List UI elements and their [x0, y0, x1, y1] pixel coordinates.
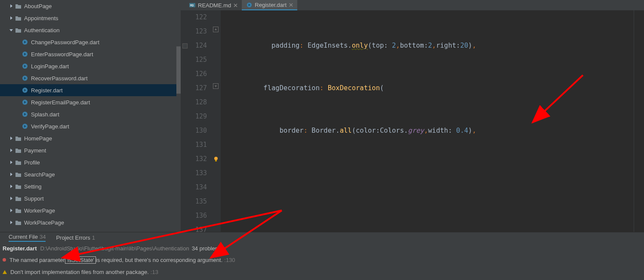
gutter-marker-icon[interactable]	[182, 43, 188, 49]
gutter-line-number[interactable]: 133	[181, 166, 207, 180]
chevron-right-icon[interactable]	[9, 172, 14, 177]
gutter-line-number[interactable]: 136	[181, 209, 207, 223]
tree-item-workerpage[interactable]: WorkerPage	[0, 204, 180, 216]
gutter-line-number[interactable]: 125	[181, 53, 207, 67]
chevron-right-icon[interactable]	[9, 160, 14, 165]
tree-item-label: AboutPage	[24, 3, 52, 9]
project-tree[interactable]: AboutPageAppointmentsAuthenticationChang…	[0, 0, 181, 232]
intention-bulb-icon[interactable]	[213, 156, 219, 162]
gutter-line-number[interactable]: 128	[181, 95, 207, 110]
problem-highlight: 'isSetState'	[65, 256, 96, 264]
tree-item-aboutpage[interactable]: AboutPage	[0, 0, 180, 12]
problems-tab-label: Project Errors	[56, 234, 90, 241]
gutter-line-number[interactable]: 129	[181, 110, 207, 124]
close-icon[interactable]	[289, 3, 293, 7]
tree-item-register-dart[interactable]: Register.dart	[0, 84, 180, 96]
folder-icon	[15, 3, 22, 9]
chevron-right-icon[interactable]	[9, 136, 14, 141]
chevron-down-icon[interactable]	[9, 27, 14, 33]
tree-scrollbar[interactable]	[176, 0, 181, 232]
gutter-line-number[interactable]: 126	[181, 67, 207, 81]
folder-icon	[15, 135, 22, 142]
gutter-line-number[interactable]: 134	[181, 180, 207, 195]
tree-item-profile[interactable]: Profile	[0, 156, 180, 168]
gutter-line-number[interactable]: 123	[181, 24, 207, 39]
problem-text: is required, but there's no correspondin…	[96, 257, 222, 263]
tree-item-label: Splash.dart	[31, 111, 59, 118]
tree-item-label: Support	[24, 195, 44, 202]
gutter-line-number[interactable]: 124	[181, 39, 207, 53]
close-icon[interactable]	[234, 3, 237, 7]
chevron-right-icon[interactable]	[9, 184, 14, 189]
folder-icon	[15, 159, 22, 166]
tree-scrollbar-thumb[interactable]	[176, 46, 181, 94]
problems-file-path: D:\AndroidStudio\Flutter\bugit-main\lib\…	[40, 245, 189, 252]
tree-item-authentication[interactable]: Authentication	[0, 24, 180, 36]
problems-breadcrumb[interactable]: Register.dart D:\AndroidStudio\Flutter\b…	[0, 243, 644, 254]
problem-location: :13	[151, 269, 158, 275]
error-stripe[interactable]	[634, 10, 644, 232]
problem-row[interactable]: Don't import implementation files from a…	[0, 266, 644, 278]
dart-file-icon	[22, 99, 28, 106]
tree-item-searchpage[interactable]: SearchPage	[0, 168, 180, 180]
problems-tab-label: Current File	[9, 234, 38, 240]
problem-text: The named parameter	[9, 257, 65, 263]
tree-item-changepasswordpage-dart[interactable]: ChangePasswordPage.dart	[0, 36, 180, 48]
tree-item-recoverpassword-dart[interactable]: RecoverPassword.dart	[0, 72, 180, 84]
fold-collapse-icon[interactable]	[213, 27, 219, 32]
problems-tab-current-file[interactable]: Current File34	[9, 234, 46, 242]
folder-icon	[15, 195, 22, 202]
chevron-right-icon[interactable]	[9, 148, 14, 153]
tree-item-splash-dart[interactable]: Splash.dart	[0, 108, 180, 120]
svg-rect-12	[215, 160, 217, 161]
problem-row[interactable]: The named parameter 'isSetState' is requ…	[0, 254, 644, 266]
tree-item-label: SearchPage	[24, 171, 55, 178]
tree-item-payment[interactable]: Payment	[0, 144, 180, 156]
tree-item-label: ChangePasswordPage.dart	[31, 39, 99, 46]
tree-item-homepage[interactable]: HomePage	[0, 132, 180, 144]
tree-item-appointments[interactable]: Appointments	[0, 12, 180, 24]
editor-tab-register-dart[interactable]: Register.dart	[242, 0, 297, 10]
warning-icon	[3, 270, 7, 274]
dart-file-icon	[22, 39, 28, 46]
chevron-right-icon[interactable]	[9, 3, 14, 9]
tree-item-label: WorkPlacePage	[24, 219, 64, 226]
chevron-right-icon[interactable]	[9, 220, 14, 225]
chevron-right-icon[interactable]	[9, 208, 14, 213]
tree-item-registeremailpage-dart[interactable]: RegisterEmailPage.dart	[0, 96, 180, 108]
editor: MDREADME.mdRegister.dart 122123124125126…	[181, 0, 644, 232]
gutter-line-number[interactable]: 127	[181, 81, 207, 95]
dart-file-icon	[22, 123, 28, 130]
problems-panel: Current File34Project Errors1 Register.d…	[0, 232, 644, 280]
gutter-line-number[interactable]: 131	[181, 138, 207, 152]
tree-item-label: Appointments	[24, 15, 59, 21]
tree-item-support[interactable]: Support	[0, 192, 180, 204]
gutter-line-number[interactable]: 132	[181, 152, 207, 166]
folder-icon	[15, 183, 22, 190]
svg-text:MD: MD	[190, 4, 194, 7]
gutter-line-number[interactable]: 130	[181, 124, 207, 138]
tree-item-enterpasswordpage-dart[interactable]: EnterPasswordPage.dart	[0, 48, 180, 60]
gutter-line-number[interactable]: 135	[181, 195, 207, 209]
tree-item-setting[interactable]: Setting	[0, 180, 180, 192]
tree-item-verifypage-dart[interactable]: VerifyPage.dart	[0, 120, 180, 132]
gutter-line-number[interactable]: 137	[181, 223, 207, 232]
tree-item-workplacepage[interactable]: WorkPlacePage	[0, 216, 180, 228]
chevron-right-icon[interactable]	[9, 15, 14, 21]
editor-tab-readme-md[interactable]: MDREADME.md	[185, 0, 242, 10]
tree-item-label: VerifyPage.dart	[31, 123, 69, 130]
chevron-right-icon[interactable]	[9, 196, 14, 201]
tree-item-label: RecoverPassword.dart	[31, 75, 88, 82]
tree-item-loginpage-dart[interactable]: LoginPage.dart	[0, 60, 180, 72]
problems-tab-project-errors[interactable]: Project Errors1	[56, 234, 95, 241]
code-pane[interactable]: padding: EdgeInsets.only(top: 2,bottom:2…	[221, 10, 634, 232]
gutter: 1221231241251261271281291301311321331341…	[181, 10, 212, 232]
gutter-line-number[interactable]: 122	[181, 10, 207, 24]
editor-tabs: MDREADME.mdRegister.dart	[181, 0, 644, 10]
code-token: only	[352, 42, 368, 49]
fold-column	[212, 10, 221, 232]
tree-item-label: Setting	[24, 183, 41, 190]
tree-item-label: Register.dart	[31, 87, 63, 94]
fold-end-icon[interactable]	[213, 83, 219, 89]
folder-icon	[15, 27, 22, 33]
